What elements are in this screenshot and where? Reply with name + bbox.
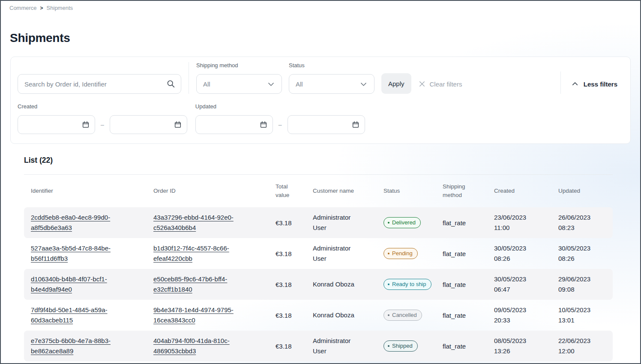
status-filter: Status All <box>289 62 374 94</box>
customer-name: Administrator User <box>313 336 366 356</box>
total-value: €3.18 <box>276 343 313 350</box>
shipping-method-filter: Shipping method All <box>196 62 282 94</box>
updated-datetime: 29/06/202309:08 <box>558 274 613 295</box>
chevron-down-icon <box>359 80 368 88</box>
created-to-wrap <box>110 115 187 134</box>
date-range-separator: – <box>279 121 282 128</box>
order-id-link[interactable]: b1d30f12-7f4c-4557-8c66-efeaf4220cbb <box>153 243 245 264</box>
page-title: Shipments <box>10 31 640 45</box>
identifier-link[interactable]: d106340b-b4b8-4f07-bcf1-b4e4d9af94e0 <box>31 274 123 295</box>
updated-datetime: 30/05/202308:26 <box>558 243 613 264</box>
table-row: d106340b-b4b8-4f07-bcf1-b4e4d9af94e0 e50… <box>24 269 613 300</box>
total-value: €3.18 <box>276 219 313 227</box>
breadcrumb-separator: > <box>40 5 43 11</box>
list-title: List (22) <box>24 156 640 165</box>
identifier-link[interactable]: 2cdd5eb8-e8a0-4ec8-99d0-a8f5db6e3a63 <box>31 212 123 233</box>
shipments-list-section: List (22) Identifier Order ID Total valu… <box>1 156 640 361</box>
shipping-method: flat_rate <box>443 312 494 319</box>
col-header-shipping-method: Shipping method <box>443 182 494 199</box>
status-badge: Pending <box>383 248 418 259</box>
created-from-input[interactable] <box>18 115 95 134</box>
order-id-link[interactable]: 9b4e3478-1e4d-4974-9795-16cea3843cc0 <box>153 305 245 325</box>
col-header-identifier: Identifier <box>31 187 153 195</box>
updated-datetime: 10/05/202313:01 <box>558 305 613 325</box>
created-datetime: 23/06/202311:00 <box>494 212 558 233</box>
close-icon <box>418 80 426 88</box>
table-row: 527aae3a-5b5d-47c8-84be-b56f11d6ffb3 b1d… <box>24 238 613 269</box>
updated-datetime: 26/06/202308:23 <box>558 212 613 233</box>
created-date-filter: Created – <box>18 103 187 134</box>
shipping-method: flat_rate <box>443 343 494 350</box>
search-field-wrap <box>18 74 181 94</box>
col-header-customer-name: Customer name <box>313 187 383 195</box>
order-id-link[interactable]: e50ceb85-f9c6-47b6-bff4-e32cff1b1840 <box>153 274 245 295</box>
col-header-updated: Updated <box>558 187 613 195</box>
col-header-total-value: Total value <box>276 182 313 199</box>
breadcrumb: Commerce > Shipments <box>1 1 640 11</box>
created-datetime: 30/05/202306:47 <box>494 274 558 295</box>
chevron-up-icon <box>571 80 579 88</box>
col-header-order-id: Order ID <box>153 187 276 195</box>
total-value: €3.18 <box>276 281 313 288</box>
updated-filter-label: Updated <box>195 103 365 112</box>
customer-name: Administrator User <box>313 212 366 233</box>
less-filters-toggle[interactable]: Less filters <box>571 74 617 94</box>
created-datetime: 09/05/202320:33 <box>494 305 558 325</box>
updated-from-wrap <box>195 115 273 134</box>
table-row: e7e375cb-6b0b-4e7a-88b3-be862ace8a89 404… <box>24 331 613 361</box>
status-badge: Ready to ship <box>383 279 431 290</box>
order-id-link[interactable]: 404ab794-f0f0-41da-810c-4869053cbbd3 <box>153 336 245 356</box>
shipping-method: flat_rate <box>443 281 494 288</box>
total-value: €3.18 <box>276 250 313 257</box>
status-select[interactable]: All <box>289 74 374 94</box>
identifier-link[interactable]: 7df9f4bd-50e1-4845-a59a-60d3acbeb115 <box>31 305 123 325</box>
less-filters-label: Less filters <box>584 81 617 88</box>
chevron-down-icon <box>267 80 275 88</box>
updated-date-filter: Updated – <box>195 103 365 134</box>
table-row: 2cdd5eb8-e8a0-4ec8-99d0-a8f5db6e3a63 43a… <box>24 207 613 238</box>
col-header-status: Status <box>383 187 443 195</box>
customer-name: Konrad Oboza <box>313 310 354 320</box>
apply-button[interactable]: Apply <box>381 73 411 94</box>
breadcrumb-item-shipments[interactable]: Shipments <box>47 5 73 11</box>
date-range-separator: – <box>101 121 104 128</box>
shipping-method-value: All <box>203 81 210 88</box>
divider <box>189 62 189 94</box>
clear-filters-label: Clear filters <box>430 81 462 88</box>
shipping-method-label: Shipping method <box>196 62 282 71</box>
shipping-method: flat_rate <box>443 250 494 257</box>
updated-from-input[interactable] <box>195 115 273 134</box>
updated-to-wrap <box>288 115 365 134</box>
created-datetime: 08/05/202313:26 <box>494 336 558 356</box>
created-filter-label: Created <box>18 103 187 112</box>
divider <box>560 72 561 94</box>
shipping-method-select[interactable]: All <box>196 74 282 94</box>
status-badge: Shipped <box>383 340 418 352</box>
clear-filters-button[interactable]: Clear filters <box>418 74 462 94</box>
identifier-link[interactable]: 527aae3a-5b5d-47c8-84be-b56f11d6ffb3 <box>31 243 123 264</box>
customer-name: Konrad Oboza <box>313 279 354 289</box>
shipping-method: flat_rate <box>443 219 494 227</box>
table-row: 7df9f4bd-50e1-4845-a59a-60d3acbeb115 9b4… <box>24 300 613 331</box>
breadcrumb-item-commerce[interactable]: Commerce <box>9 5 37 11</box>
identifier-link[interactable]: e7e375cb-6b0b-4e7a-88b3-be862ace8a89 <box>31 336 123 356</box>
status-value: All <box>296 81 303 88</box>
total-value: €3.18 <box>276 312 313 319</box>
col-header-created: Created <box>494 187 558 195</box>
updated-datetime: 22/06/202312:00 <box>558 336 613 356</box>
created-datetime: 30/05/202308:26 <box>494 243 558 264</box>
created-to-input[interactable] <box>110 115 187 134</box>
created-from-wrap <box>18 115 95 134</box>
status-label: Status <box>289 62 374 71</box>
table-header-row: Identifier Order ID Total value Customer… <box>24 175 613 207</box>
shipments-page: Commerce > Shipments Shipments Shipping … <box>0 0 641 364</box>
filters-panel: Shipping method All Status All Apply <box>10 57 631 144</box>
updated-to-input[interactable] <box>288 115 365 134</box>
status-badge: Delivered <box>383 217 421 228</box>
status-badge: Cancelled <box>383 310 422 321</box>
order-id-link[interactable]: 43a37296-ebbd-4164-92e0-c526a340b6b4 <box>153 212 245 233</box>
customer-name: Administrator User <box>313 243 366 264</box>
search-input[interactable] <box>18 74 181 94</box>
